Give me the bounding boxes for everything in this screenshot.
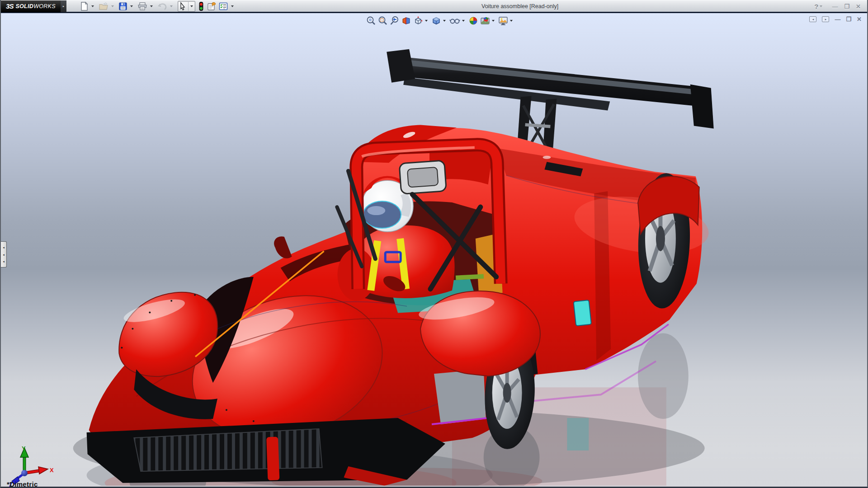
open-folder-icon (99, 2, 108, 11)
zoom-to-fit-icon (366, 15, 377, 26)
zoom-to-area-button[interactable] (377, 14, 389, 27)
rebuild-button[interactable] (197, 1, 205, 12)
view-settings-dropdown[interactable] (510, 20, 513, 22)
triad-y-label: Y (22, 445, 26, 452)
collapse-left-button[interactable]: ◂ (809, 16, 816, 22)
select-dropdown[interactable] (190, 5, 193, 7)
logo-name-light: WORKS (33, 3, 56, 9)
traffic-light-icon (198, 1, 205, 11)
window-controls: ? — ❐ ✕ (814, 0, 861, 12)
file-properties-icon (207, 2, 217, 11)
view-settings-icon (498, 15, 509, 26)
view-orientation-dropdown[interactable] (425, 20, 428, 22)
collapse-arrow-icon: ◂ (3, 260, 5, 263)
apply-scene-dropdown[interactable] (492, 20, 495, 22)
logo-name-bold: SOLID (15, 3, 33, 9)
solidworks-logo-name: SOLIDWORKS (15, 3, 55, 9)
section-view-button[interactable] (401, 14, 412, 27)
file-properties-button[interactable] (206, 1, 217, 12)
help-dropdown (820, 5, 822, 7)
undo-dropdown[interactable] (170, 5, 173, 7)
open-dropdown[interactable] (111, 5, 114, 7)
solidworks-logo-glyph: 3S (6, 2, 13, 10)
new-document-icon (80, 2, 89, 11)
collapse-arrow-icon: ◂ (3, 253, 5, 256)
print-icon (137, 2, 147, 11)
select-cursor-icon (179, 2, 187, 11)
print-dropdown[interactable] (150, 5, 153, 7)
zoom-to-fit-button[interactable] (365, 14, 377, 27)
triad-x-label: X (50, 467, 54, 474)
collapse-right-button[interactable]: ▸ (822, 16, 829, 22)
display-style-button[interactable] (430, 14, 442, 27)
new-document-button[interactable] (79, 1, 89, 12)
doc-close-button[interactable]: ✕ (857, 16, 862, 23)
print-button[interactable] (137, 1, 148, 12)
zoom-to-area-icon (377, 15, 388, 26)
undo-button[interactable] (157, 1, 168, 12)
help-icon: ? (814, 3, 818, 10)
edit-appearance-icon (468, 15, 479, 26)
menu-flyout-arrow[interactable]: ▸ (61, 0, 66, 12)
view-orientation-button[interactable] (412, 14, 424, 27)
help-button[interactable]: ? (814, 3, 826, 10)
apply-scene-button[interactable] (479, 14, 491, 27)
feature-manager-collapsed-tab[interactable]: ◂ ◂ ◂ (1, 241, 7, 267)
save-dropdown[interactable] (130, 5, 133, 7)
document-window-controls: ◂ ▸ — ❐ ✕ (809, 16, 862, 23)
options-checklist-icon (218, 2, 228, 11)
select-group-divider (188, 2, 189, 11)
eyeglasses-icon (449, 15, 461, 26)
heads-up-toolbar (365, 14, 515, 27)
doc-minimize-button[interactable]: — (835, 16, 840, 23)
previous-view-icon (389, 15, 400, 26)
undo-icon (157, 2, 167, 11)
main-toolbar (79, 1, 237, 12)
display-style-icon (431, 15, 442, 26)
hide-show-items-dropdown[interactable] (462, 20, 465, 22)
minimize-button[interactable]: — (832, 3, 838, 10)
save-icon (118, 2, 127, 11)
flyout-arrow-icon: ▸ (63, 5, 65, 8)
edit-appearance-button[interactable] (467, 14, 479, 27)
titlebar: 3S SOLIDWORKS ▸ (1, 0, 867, 12)
view-orientation-label: *Dimetric (7, 480, 38, 487)
new-document-dropdown[interactable] (91, 5, 94, 7)
select-button[interactable] (178, 1, 187, 12)
previous-view-button[interactable] (389, 14, 401, 27)
options-dropdown[interactable] (231, 5, 234, 7)
collapse-arrow-icon: ◂ (3, 246, 5, 249)
display-style-dropdown[interactable] (443, 20, 446, 22)
view-settings-button[interactable] (497, 14, 509, 27)
doc-restore-button[interactable]: ❐ (846, 16, 851, 23)
view-orientation-icon (413, 15, 424, 26)
select-tool-group (178, 1, 195, 12)
car-model-render[interactable] (1, 13, 867, 486)
open-button[interactable] (98, 1, 109, 12)
restore-button[interactable]: ❐ (844, 3, 849, 10)
solidworks-window: 3S SOLIDWORKS ▸ (0, 0, 868, 488)
hide-show-items-button[interactable] (448, 14, 461, 27)
window-title: Voiture assomblee [Read-only] (481, 3, 558, 9)
save-button[interactable] (118, 1, 128, 12)
close-button[interactable]: ✕ (856, 3, 861, 10)
solidworks-logo: 3S SOLIDWORKS (1, 0, 61, 12)
options-button[interactable] (218, 1, 229, 12)
graphics-viewport[interactable]: ◂ ▸ — ❐ ✕ ◂ ◂ ◂ Y X Z (1, 13, 867, 487)
apply-scene-icon (480, 15, 491, 26)
section-view-icon (401, 15, 412, 26)
